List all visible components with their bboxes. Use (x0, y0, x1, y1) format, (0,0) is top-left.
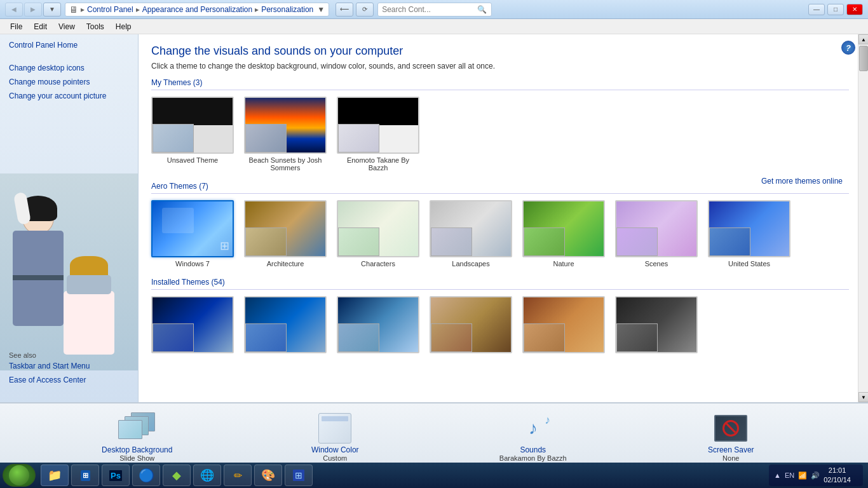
search-icon[interactable]: 🔍 (477, 5, 487, 14)
breadcrumb-dropdown[interactable]: ▼ (317, 5, 325, 14)
installed-theme-4[interactable] (430, 296, 512, 353)
minimize-button[interactable]: — (808, 4, 825, 15)
sidebar-account-picture[interactable]: Change your account picture (9, 92, 129, 100)
theme-scenes[interactable]: Scenes (615, 200, 698, 268)
breadcrumb: 🖥 ▸ Control Panel ▸ Appearance and Perso… (65, 3, 329, 17)
clock-time: 21:01 (824, 466, 851, 475)
theme-enomoto[interactable]: Enomoto Takane By Bazzh (337, 97, 419, 172)
installed-theme-3[interactable] (337, 296, 419, 353)
search-box[interactable]: 🔍 (377, 3, 492, 17)
taskbar-explorer[interactable]: 📁 (41, 464, 69, 486)
theme-win7-thumbnail: ⊞ (151, 200, 234, 257)
sidebar-links: Control Panel Home Change desktop icons … (0, 34, 138, 112)
bottom-panel: Desktop Background Slide Show Window Col… (0, 402, 868, 469)
explorer-icon: 📁 (48, 468, 62, 482)
installed-theme-2[interactable] (244, 296, 327, 353)
taskbar-app6[interactable]: 🌐 (193, 464, 221, 486)
music-note2-icon: ♪ (545, 414, 550, 427)
scroll-thumb[interactable] (859, 46, 868, 71)
title-bar-left: ◀ ▶ ▼ 🖥 ▸ Control Panel ▸ Appearance and… (5, 3, 492, 17)
sidebar-control-panel-home[interactable]: Control Panel Home (9, 41, 129, 50)
screen-saver-item[interactable]: Screen Saver None (680, 410, 782, 462)
window-color-icon (316, 410, 354, 445)
theme-characters[interactable]: Characters (337, 200, 419, 268)
scroll-down-button[interactable]: ▼ (858, 392, 868, 402)
nav-refresh[interactable]: ⟳ (356, 3, 374, 17)
sidebar-taskbar-menu[interactable]: Taskbar and Start Menu (9, 362, 90, 370)
system-tray: ▲ EN 📶 🔊 21:01 02/10/14 (769, 464, 863, 486)
scrollbar[interactable]: ▲ ▼ (858, 34, 868, 402)
tray-sound[interactable]: 🔊 (811, 471, 820, 480)
theme-scenes-label: Scenes (645, 260, 668, 268)
breadcrumb-control-panel[interactable]: Control Panel (87, 5, 133, 14)
theme-arch-thumbnail (244, 200, 327, 257)
installed-theme-1[interactable] (151, 296, 234, 353)
taskbar-cmd[interactable]: ⊞ (71, 464, 99, 486)
tray-network[interactable]: 📶 (798, 471, 807, 480)
sounds-sublabel: Barakamon By Bazzh (499, 454, 567, 462)
theme-enomoto-label: Enomoto Takane By Bazzh (337, 156, 419, 172)
breadcrumb-personalization[interactable]: Personalization (261, 5, 313, 14)
installed-theme-6[interactable] (615, 296, 698, 353)
theme-landscapes[interactable]: Landscapes (430, 200, 512, 268)
help-button[interactable]: ? (841, 41, 855, 55)
taskbar-app5[interactable]: ◆ (163, 464, 191, 486)
theme-beach[interactable]: Beach Sunsets by Josh Sommers (244, 97, 327, 172)
window-controls: — □ ✕ (808, 4, 863, 15)
nav-prev[interactable]: ⟵ (336, 3, 353, 17)
theme-us[interactable]: United States (708, 200, 790, 268)
installed-theme-5[interactable] (522, 296, 605, 353)
theme-unsaved-label: Unsaved Theme (167, 156, 219, 164)
theme-windows7[interactable]: ⊞ Windows 7 (151, 200, 234, 268)
nav-arrows: ⟵ ⟳ (336, 3, 374, 17)
theme-arch-label: Architecture (267, 260, 304, 268)
photoshop-icon: Ps (109, 470, 122, 481)
theme-chars-thumbnail (337, 200, 419, 257)
sidebar-desktop-icons[interactable]: Change desktop icons (9, 64, 129, 72)
sidebar-mouse-pointers[interactable]: Change mouse pointers (9, 78, 129, 86)
search-input[interactable] (382, 5, 477, 14)
close-button[interactable]: ✕ (846, 4, 863, 15)
tray-lang[interactable]: EN (785, 471, 794, 479)
menu-edit[interactable]: Edit (29, 21, 52, 32)
see-also-label: See also (9, 351, 90, 359)
theme-architecture[interactable]: Architecture (244, 200, 327, 268)
sidebar: Control Panel Home Change desktop icons … (0, 34, 139, 402)
get-more-themes-link[interactable]: Get more themes online (761, 177, 843, 186)
taskbar-app7[interactable]: ✏ (224, 464, 252, 486)
theme-win7-label: Windows 7 (175, 260, 210, 268)
sounds-label: Sounds (520, 445, 546, 454)
sounds-item[interactable]: ♪ ♪ Sounds Barakamon By Bazzh (482, 410, 584, 462)
menu-view[interactable]: View (53, 21, 80, 32)
content-wrapper: ? Change the visuals and sounds on your … (139, 34, 868, 402)
tray-expand[interactable]: ▲ (774, 471, 781, 479)
content-area: ? Change the visuals and sounds on your … (139, 34, 868, 374)
sidebar-anime-art (0, 173, 139, 370)
taskbar-app9[interactable]: ⊞ (285, 464, 313, 486)
desktop-background-item[interactable]: Desktop Background Slide Show (86, 410, 188, 462)
breadcrumb-sep3: ▸ (255, 5, 259, 14)
maximize-button[interactable]: □ (827, 4, 844, 15)
theme-nature[interactable]: Nature (522, 200, 605, 268)
theme-unsaved[interactable]: Unsaved Theme (151, 97, 234, 164)
theme-beach-label: Beach Sunsets by Josh Sommers (244, 156, 327, 172)
app9-icon: ⊞ (293, 470, 304, 481)
theme-nature-thumbnail (522, 200, 605, 257)
dropdown-button[interactable]: ▼ (43, 3, 61, 17)
scroll-up-button[interactable]: ▲ (858, 34, 868, 44)
sidebar-ease-access[interactable]: Ease of Access Center (9, 376, 90, 384)
app5-icon: ◆ (172, 468, 181, 482)
back-button[interactable]: ◀ (5, 3, 23, 17)
menu-help[interactable]: Help (111, 21, 137, 32)
menu-tools[interactable]: Tools (81, 21, 109, 32)
window-color-item[interactable]: Window Color Custom (284, 410, 386, 462)
taskbar-photoshop[interactable]: Ps (102, 464, 130, 486)
breadcrumb-appearance[interactable]: Appearance and Personalization (142, 5, 252, 14)
start-button[interactable] (3, 464, 36, 487)
taskbar-chrome[interactable]: 🔵 (132, 464, 160, 486)
menu-file[interactable]: File (5, 21, 27, 32)
aero-themes-header: Aero Themes (7) (151, 182, 849, 194)
forward-button[interactable]: ▶ (24, 3, 42, 17)
breadcrumb-home-icon: 🖥 (69, 4, 78, 15)
taskbar-app8[interactable]: 🎨 (254, 464, 282, 486)
